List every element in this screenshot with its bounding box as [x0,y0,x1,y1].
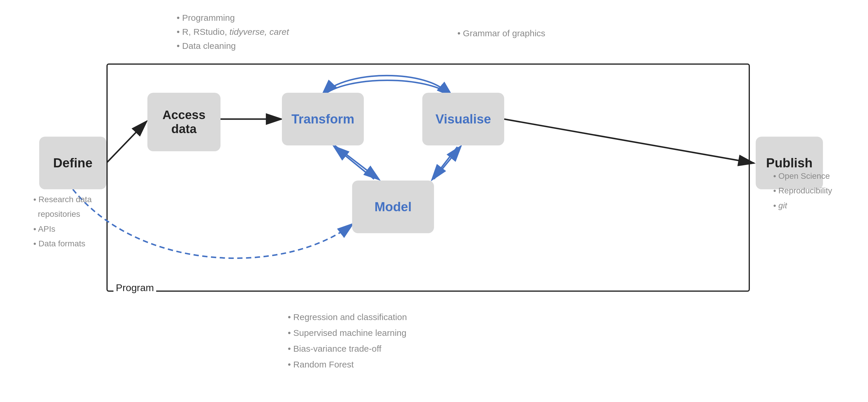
annotation-data-cleaning: • Data cleaning [177,39,289,53]
annotation-grammar: • Grammar of graphics [457,28,546,38]
top-annotations-left: • Programming • R, RStudio, tidyverse, c… [177,11,289,53]
left-annotations: • Research data repositories • APIs • Da… [33,192,92,251]
annotation-r-rstudio: • R, RStudio, tidyverse, caret [177,25,289,39]
node-define: Define [39,136,106,189]
right-annotations: • Open Science • Reproducibility • git [773,169,832,213]
program-label: Program [114,282,156,293]
annotation-programming: • Programming [177,11,289,25]
top-annotations-right: • Grammar of graphics [457,28,546,38]
node-visualise: Visualise [422,93,504,146]
annotation-git: • git [773,198,832,213]
node-model: Model [352,181,434,233]
node-access-data: Accessdata [147,93,220,151]
node-transform: Transform [282,93,364,146]
bottom-annotations: • Regression and classification • Superv… [288,309,407,372]
